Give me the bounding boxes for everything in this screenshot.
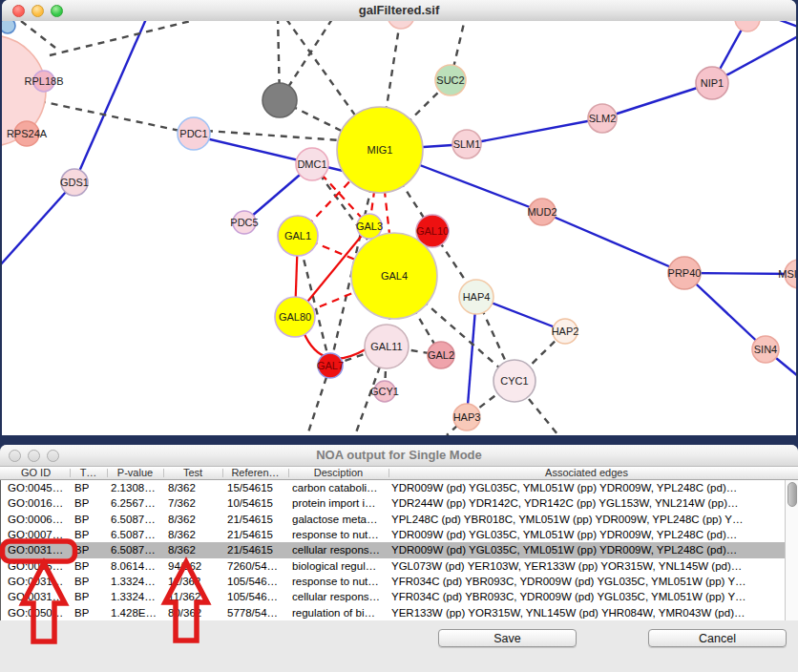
table-body: GO:0045…BP2.1308…8/36215/54615carbon cat… — [0, 480, 785, 620]
table-cell: 105/546… — [227, 574, 278, 589]
node-label-PDC1: PDC1 — [179, 128, 207, 139]
table-cell: GO:0065… — [8, 558, 63, 574]
column-separator — [107, 469, 108, 477]
table-cell: 80/362 — [168, 605, 201, 620]
table-cell: YDR009W (pd) YGL035C, YML051W (pp) YDR00… — [391, 527, 737, 542]
table-row[interactable]: GO:0065…BP8.0614…94/3627260/54…biologica… — [1, 558, 786, 574]
table-cell: BP — [74, 558, 89, 574]
table-cell: 1.3324… — [111, 574, 156, 589]
column-header-6[interactable]: Associated edges — [388, 467, 785, 479]
column-header-3[interactable]: Test — [163, 467, 222, 479]
table-row[interactable]: GO:0016…BP6.2567…7/36210/54615protein im… — [1, 495, 786, 511]
table-cell: 2.1308… — [111, 480, 156, 495]
table-cell: 105/546… — [227, 589, 278, 604]
table-cell: YFR034C (pd) YBR093C, YDR009W (pd) YGL03… — [391, 574, 746, 589]
node-label-GAL2: GAL2 — [428, 349, 454, 361]
column-header-0[interactable]: GO ID — [2, 467, 70, 479]
node-label-DMC1: DMC1 — [297, 158, 326, 170]
node-label-HAP3: HAP3 — [453, 411, 481, 423]
network-edge-gray — [50, 21, 191, 55]
column-separator — [70, 469, 71, 477]
column-header-2[interactable]: P-value — [107, 467, 163, 479]
node-label-GDS1: GDS1 — [60, 177, 89, 188]
node-label-SIN4: SIN4 — [754, 344, 777, 355]
table-cell: 1.428E… — [111, 605, 157, 620]
table-cell: galactose meta… — [292, 512, 378, 527]
table-cell: response to nut… — [292, 574, 379, 589]
table-cell: 21/54615 — [227, 527, 273, 542]
node-label-SLM1: SLM1 — [453, 138, 481, 150]
table-cell: BP — [74, 512, 89, 527]
network-window: galFiltered.sif RPL18BRPS24AGDS1PDC1MIG1… — [2, 0, 796, 435]
network-node-top-cut-1[interactable] — [388, 21, 414, 29]
node-label-HAP2: HAP2 — [552, 326, 579, 337]
column-header-1[interactable]: T… — [70, 467, 107, 479]
table-cell: GO:0031… — [8, 542, 63, 557]
column-separator — [163, 469, 164, 477]
table-cell: GO:0045… — [8, 480, 63, 495]
noa-window-title: NOA output for Single Mode — [0, 445, 798, 466]
table-cell: response to nut… — [292, 527, 379, 542]
noa-output-window: NOA output for Single Mode GO IDT…P-valu… — [0, 445, 798, 672]
table-cell: 8/362 — [168, 527, 196, 542]
column-header-4[interactable]: Referen… — [222, 467, 288, 479]
table-cell: 6.5087… — [111, 527, 156, 542]
table-cell: 10/54615 — [227, 495, 273, 511]
network-edge-blue — [762, 21, 796, 27]
table-cell: 1.3324… — [111, 589, 156, 604]
network-edge-blue — [194, 136, 355, 174]
network-edge-gray — [529, 399, 558, 435]
table-cell: cellular respons… — [292, 542, 380, 557]
table-cell: GO:0031… — [8, 589, 63, 604]
network-window-titlebar[interactable]: galFiltered.sif — [2, 0, 796, 22]
table-cell: GO:0007… — [8, 527, 63, 542]
column-separator — [388, 469, 389, 477]
table-cell: YGL073W (pd) YER103W, YER133W (pp) YOR31… — [391, 558, 742, 574]
table-row[interactable]: GO:0045…BP2.1308…8/36215/54615carbon cat… — [1, 480, 786, 495]
column-separator — [222, 469, 223, 477]
table-row[interactable]: GO:0031…BP1.3324…11/362105/546…cellular … — [1, 589, 786, 604]
table-cell: BP — [74, 542, 89, 557]
cancel-button[interactable]: Cancel — [648, 629, 787, 647]
table-cell: 21/54615 — [227, 542, 273, 557]
table-cell: biological regul… — [292, 558, 376, 574]
noa-window-titlebar[interactable]: NOA output for Single Mode — [0, 445, 798, 467]
table-cell: YFR034C (pd) YBR093C, YDR009W (pd) YGL03… — [391, 589, 746, 604]
table-row[interactable]: GO:0050…BP1.428E…80/3625778/54…regulatio… — [1, 605, 786, 620]
table-cell: YDR244W (pp) YDR142C, YDR142C (pp) YGL15… — [391, 495, 738, 511]
network-node-corner-blue[interactable] — [2, 21, 15, 33]
table-cell: BP — [74, 527, 89, 542]
table-cell: 8/362 — [168, 542, 196, 557]
table-cell: BP — [74, 574, 89, 589]
table-cell: BP — [74, 605, 89, 620]
save-button[interactable]: Save — [438, 629, 577, 647]
vertical-scrollbar[interactable] — [785, 480, 798, 620]
node-label-HAP4: HAP4 — [463, 291, 491, 303]
node-label-GCY1: GCY1 — [370, 386, 399, 397]
table-row[interactable]: GO:0006…BP6.5087…8/36221/54615galactose … — [1, 512, 786, 527]
column-header-5[interactable]: Desciption — [288, 467, 388, 479]
node-label-RPL18B: RPL18B — [25, 75, 64, 87]
node-label-GAL80: GAL80 — [279, 311, 311, 323]
table-cell: 7/362 — [168, 495, 196, 511]
table-cell: YPL248C (pd) YBR018C, YML051W (pp) YDR00… — [391, 512, 743, 527]
table-row[interactable]: GO:0031…BP6.5087…8/36221/54615cellular r… — [1, 542, 786, 557]
table-cell: YER133W (pp) YOR315W, YNL145W (pd) YHR08… — [391, 605, 746, 620]
table-cell: GO:0031… — [8, 574, 63, 589]
table-cell: cellular respons… — [292, 589, 380, 604]
network-node-top-cut-2[interactable] — [735, 21, 760, 32]
column-separator — [288, 469, 289, 477]
table-cell: 6.5087… — [111, 542, 156, 557]
node-label-NIP1: NIP1 — [701, 77, 724, 89]
node-label-SLM2: SLM2 — [589, 113, 617, 124]
network-canvas[interactable]: RPL18BRPS24AGDS1PDC1MIG1DMC1SUC2SLM1SLM2… — [2, 21, 796, 435]
table-row[interactable]: GO:0007…BP6.5087…8/36221/54615response t… — [1, 527, 786, 542]
table-cell: GO:0016… — [8, 495, 63, 511]
network-node-gray-node[interactable] — [262, 83, 297, 117]
table-cell: 6.5087… — [111, 512, 156, 527]
table-row[interactable]: GO:0031…BP1.3324…11/362105/546…response … — [1, 574, 786, 589]
table-cell: 5778/54… — [227, 605, 278, 620]
scrollbar-thumb[interactable] — [788, 482, 797, 507]
node-label-GAL7: GAL7 — [317, 360, 344, 371]
window-title: galFiltered.sif — [2, 0, 796, 21]
